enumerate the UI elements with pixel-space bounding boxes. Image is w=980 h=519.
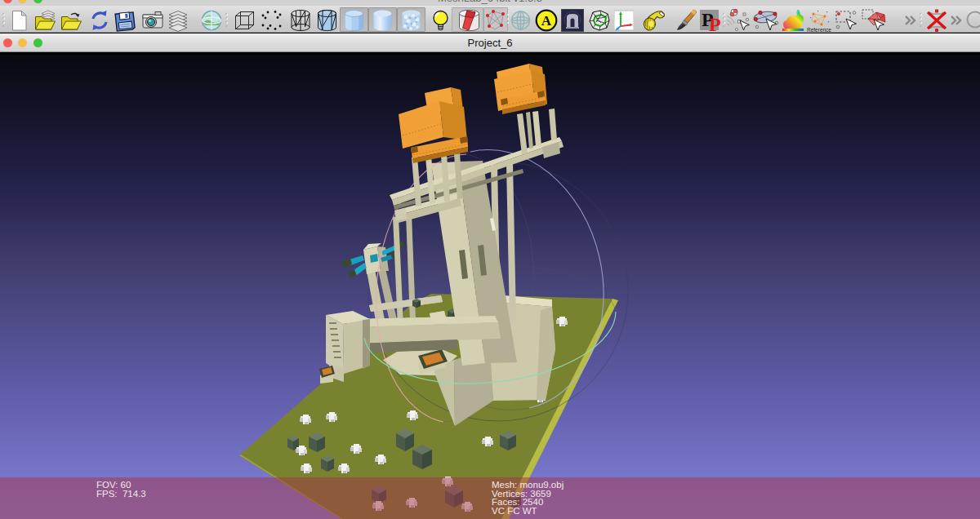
svg-text:Reference: Reference xyxy=(807,27,831,33)
svg-text:P: P xyxy=(709,14,721,32)
svg-text:A: A xyxy=(541,13,552,29)
